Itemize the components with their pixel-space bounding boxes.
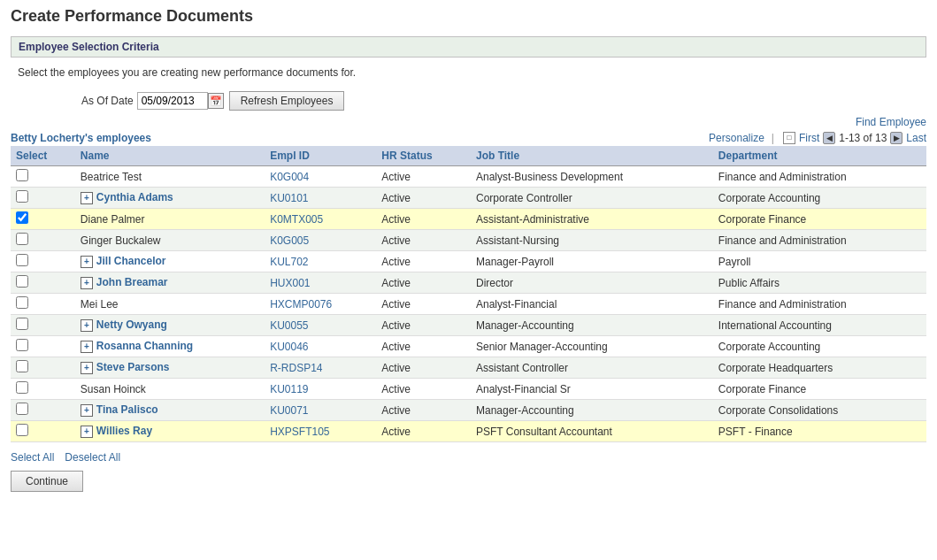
empl-id-cell: KU0119 [265,379,376,400]
name-cell: Susan Hoinck [75,379,265,400]
select-checkbox[interactable] [16,318,28,330]
empl-id-cell: KU0071 [265,400,376,421]
hr-status-cell: Active [376,336,471,357]
expand-icon[interactable]: + [81,362,93,374]
as-of-date-input[interactable] [137,92,208,110]
next-arrow[interactable]: ▶ [890,132,902,144]
select-checkbox[interactable] [16,403,28,415]
select-all-link[interactable]: Select All [11,451,54,464]
refresh-employees-button[interactable]: Refresh Employees [229,91,345,111]
employee-name: Willies Ray [96,425,152,437]
employee-name: John Breamar [96,276,168,288]
employee-name: Steve Parsons [96,361,170,373]
select-checkbox[interactable] [16,360,28,372]
select-checkbox[interactable] [16,169,28,181]
hr-status-cell: Active [376,400,471,421]
table-row: Mei LeeHXCMP0076ActiveAnalyst-FinancialF… [11,294,926,315]
job-title-cell: Analyst-Financial [471,294,713,315]
employee-name: Netty Owyang [96,318,167,331]
personalize-link[interactable]: Personalize [709,132,764,144]
hr-status-cell: Active [376,294,471,315]
department-cell: PSFT - Finance [713,421,926,442]
table-header: Select Name Empl ID HR Status Job Title … [11,146,926,166]
expand-icon[interactable]: + [81,256,93,268]
name-cell: Ginger Buckalew [75,230,265,251]
first-link[interactable]: First [799,132,819,144]
select-cell [11,357,75,379]
expand-icon[interactable]: + [81,404,93,417]
table-row: +Tina PaliscoKU0071ActiveManager-Account… [11,400,926,421]
select-checkbox[interactable] [16,211,28,224]
select-cell [11,230,75,251]
name-cell: +Steve Parsons [75,357,265,379]
expand-icon[interactable]: + [81,319,93,332]
job-title-cell: Assistant-Nursing [471,230,713,251]
empl-id-cell: KU0101 [265,188,376,209]
name-cell: Beatrice Test [75,166,265,188]
job-title-cell: Manager-Accounting [471,315,713,336]
last-link[interactable]: Last [906,132,926,144]
expand-icon[interactable]: + [81,277,93,289]
page-container: Create Performance Documents Employee Se… [0,0,937,499]
expand-icon[interactable]: + [81,426,93,438]
table-row: +John BreamarHUX001ActiveDirectorPublic … [11,272,926,294]
job-title-cell: Director [471,272,713,294]
department-cell: Corporate Consolidations [713,400,926,421]
job-title-cell: Assistant-Administrative [471,209,713,230]
select-cell [11,400,75,421]
select-checkbox[interactable] [16,424,28,436]
col-department: Department [713,146,926,166]
table-row: +Rosanna ChanningKU0046ActiveSenior Mana… [11,336,926,357]
job-title-cell: Corporate Controller [471,188,713,209]
hr-status-cell: Active [376,209,471,230]
select-checkbox[interactable] [16,339,28,351]
department-cell: Payroll [713,251,926,272]
select-checkbox[interactable] [16,233,28,245]
expand-icon[interactable]: + [81,192,93,204]
select-checkbox[interactable] [16,254,28,266]
name-cell: +Willies Ray [75,421,265,442]
department-cell: Finance and Administration [713,166,926,188]
page-title: Create Performance Documents [11,7,926,29]
select-cell [11,315,75,336]
name-cell: +Jill Chancelor [75,251,265,272]
find-employee-link-row: Find Employee [11,116,926,128]
table-row: Beatrice TestK0G004ActiveAnalyst-Busines… [11,166,926,188]
select-checkbox[interactable] [16,190,28,203]
window-icon[interactable]: □ [783,132,795,144]
table-row: +Jill ChancelorKUL702ActiveManager-Payro… [11,251,926,272]
select-checkbox[interactable] [16,381,28,394]
table-title: Betty Locherty's employees [11,132,151,144]
expand-icon[interactable]: + [81,341,93,353]
empl-id-cell: K0MTX005 [265,209,376,230]
calendar-icon[interactable]: 📅 [208,93,224,109]
job-title-cell: Senior Manager-Accounting [471,336,713,357]
name-cell: Mei Lee [75,294,265,315]
empl-id-cell: K0G004 [265,166,376,188]
deselect-all-link[interactable]: Deselect All [65,451,120,464]
department-cell: Corporate Finance [713,379,926,400]
empl-id-cell: KU0046 [265,336,376,357]
select-cell [11,251,75,272]
table-row: Diane PalmerK0MTX005ActiveAssistant-Admi… [11,209,926,230]
table-header-row: Betty Locherty's employees Personalize |… [11,132,926,144]
table-row: Ginger BuckalewK0G005ActiveAssistant-Nur… [11,230,926,251]
col-job-title: Job Title [471,146,713,166]
continue-button[interactable]: Continue [11,471,83,492]
job-title-cell: Manager-Payroll [471,251,713,272]
department-cell: Corporate Accounting [713,336,926,357]
table-row: +Steve ParsonsR-RDSP14ActiveAssistant Co… [11,357,926,379]
select-cell [11,272,75,294]
find-employee-link[interactable]: Find Employee [856,116,926,128]
department-cell: Corporate Headquarters [713,357,926,379]
employee-name: Cynthia Adams [96,191,173,203]
prev-arrow[interactable]: ◀ [823,132,835,144]
department-cell: Finance and Administration [713,294,926,315]
hr-status-cell: Active [376,421,471,442]
select-checkbox[interactable] [16,296,28,309]
col-empl-id: Empl ID [265,146,376,166]
select-checkbox[interactable] [16,275,28,288]
name-cell: +Cynthia Adams [75,188,265,209]
empl-id-cell: HXPSFT105 [265,421,376,442]
name-cell: +Rosanna Channing [75,336,265,357]
